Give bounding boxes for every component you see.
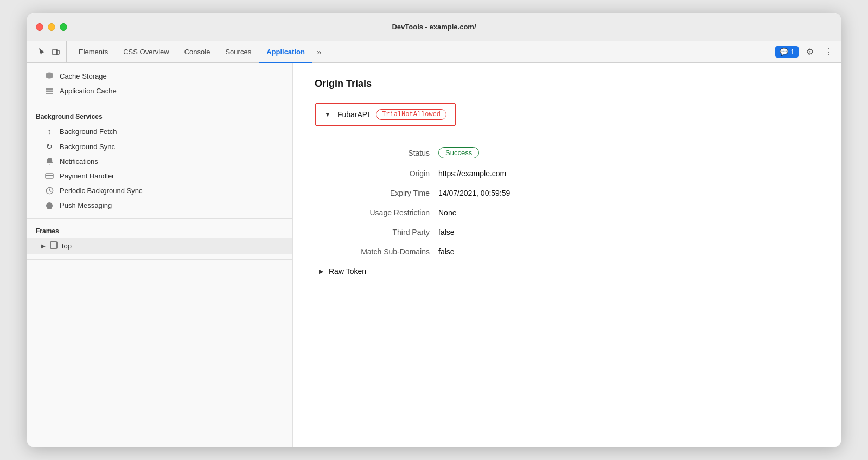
cursor-icon[interactable] [36, 46, 48, 58]
raw-token-label: Raw Token [329, 267, 366, 276]
sidebar-item-application-cache[interactable]: Application Cache [27, 84, 292, 98]
frames-top-label: top [62, 242, 72, 250]
traffic-lights [36, 23, 67, 31]
table-row: Third Party false [315, 222, 819, 242]
notifications-icon [44, 157, 54, 165]
tab-console[interactable]: Console [177, 42, 218, 63]
sidebar-item-periodic-background-sync[interactable]: Periodic Background Sync [27, 183, 292, 198]
sidebar-item-background-sync[interactable]: ↻ Background Sync [27, 139, 292, 154]
sidebar: Cache Storage Application Cache Backgrou [27, 63, 293, 447]
fubar-expand-arrow: ▼ [324, 111, 331, 118]
page-title: Origin Trials [315, 78, 819, 90]
close-button[interactable] [36, 23, 43, 31]
fubar-api-row[interactable]: ▼ FubarAPI TrialNotAllowed [315, 103, 456, 126]
tab-css-overview[interactable]: CSS Overview [116, 42, 177, 63]
console-icon: 💬 [780, 48, 788, 56]
title-bar: DevTools - example.com/ [27, 13, 841, 41]
more-tabs-button[interactable]: » [312, 47, 326, 56]
tab-application[interactable]: Application [259, 42, 312, 63]
application-cache-icon [44, 87, 54, 95]
svg-rect-1 [56, 50, 59, 54]
success-badge: Success [438, 147, 479, 158]
tab-bar: Elements CSS Overview Console Sources Ap… [27, 41, 841, 63]
sidebar-item-cache-storage[interactable]: Cache Storage [27, 68, 292, 84]
payment-handler-icon [44, 173, 54, 180]
expiry-time-value: 14/07/2021, 00:59:59 [434, 183, 819, 203]
svg-rect-4 [46, 90, 53, 92]
console-badge-button[interactable]: 💬 1 [775, 46, 799, 58]
frames-header: Frames [27, 224, 292, 238]
main-content: Cache Storage Application Cache Backgrou [27, 63, 841, 447]
detail-table: Status Success Origin https://example.co… [315, 142, 819, 261]
settings-button[interactable]: ⚙ [803, 44, 817, 59]
trial-not-allowed-badge: TrialNotAllowed [376, 109, 446, 120]
origin-label: Origin [315, 164, 434, 183]
maximize-button[interactable] [60, 23, 67, 31]
sidebar-item-background-fetch[interactable]: ↕ Background Fetch [27, 124, 292, 139]
svg-rect-5 [46, 93, 53, 94]
sidebar-item-push-messaging[interactable]: Push Messaging [27, 198, 292, 213]
device-icon[interactable] [50, 46, 62, 58]
frames-top-arrow: ▶ [41, 243, 46, 249]
table-row: Usage Restriction None [315, 203, 819, 222]
sidebar-item-label: Application Cache [60, 87, 284, 95]
third-party-label: Third Party [315, 222, 434, 242]
usage-restriction-value: None [434, 203, 819, 222]
raw-token-arrow: ▶ [319, 268, 323, 275]
sidebar-item-frames-top[interactable]: ▶ top [27, 238, 292, 254]
storage-section: Cache Storage Application Cache [27, 63, 292, 104]
third-party-value: false [434, 222, 819, 242]
svg-line-10 [49, 191, 51, 192]
origin-value: https://example.com [434, 164, 819, 183]
tab-bar-right: 💬 1 ⚙ ⋮ [775, 44, 837, 59]
cache-storage-icon [44, 72, 54, 80]
svg-rect-6 [46, 174, 53, 178]
table-row: Match Sub-Domains false [315, 242, 819, 261]
match-subdomains-value: false [434, 242, 819, 261]
devtools-window: DevTools - example.com/ Elements CSS Ove… [27, 13, 841, 447]
svg-rect-3 [46, 88, 53, 90]
frames-section: Frames ▶ top [27, 219, 292, 260]
periodic-background-sync-icon [44, 187, 54, 195]
table-row: Origin https://example.com [315, 164, 819, 183]
content-panel: Origin Trials ▼ FubarAPI TrialNotAllowed… [293, 63, 841, 447]
table-row: Status Success [315, 142, 819, 164]
status-label: Status [315, 142, 434, 164]
background-fetch-icon: ↕ [44, 127, 54, 136]
tab-sources[interactable]: Sources [218, 42, 259, 63]
push-messaging-icon [44, 202, 54, 209]
frames-top-icon [50, 241, 58, 251]
sidebar-item-notifications[interactable]: Notifications [27, 154, 292, 169]
background-services-header: Background Services [27, 110, 292, 124]
match-subdomains-label: Match Sub-Domains [315, 242, 434, 261]
background-sync-icon: ↻ [44, 142, 54, 151]
expiry-time-label: Expiry Time [315, 183, 434, 203]
tab-elements[interactable]: Elements [71, 42, 116, 63]
svg-rect-11 [50, 242, 57, 248]
raw-token-row[interactable]: ▶ Raw Token [315, 261, 819, 281]
window-title: DevTools - example.com/ [392, 23, 476, 31]
table-row: Expiry Time 14/07/2021, 00:59:59 [315, 183, 819, 203]
toolbar-icons [31, 41, 67, 62]
background-services-section: Background Services ↕ Background Fetch ↻… [27, 104, 292, 219]
sidebar-item-label: Cache Storage [60, 72, 284, 80]
sidebar-item-payment-handler[interactable]: Payment Handler [27, 169, 292, 183]
more-menu-button[interactable]: ⋮ [821, 44, 837, 59]
usage-restriction-label: Usage Restriction [315, 203, 434, 222]
minimize-button[interactable] [48, 23, 55, 31]
status-value: Success [434, 142, 819, 164]
fubar-api-name: FubarAPI [337, 110, 369, 119]
